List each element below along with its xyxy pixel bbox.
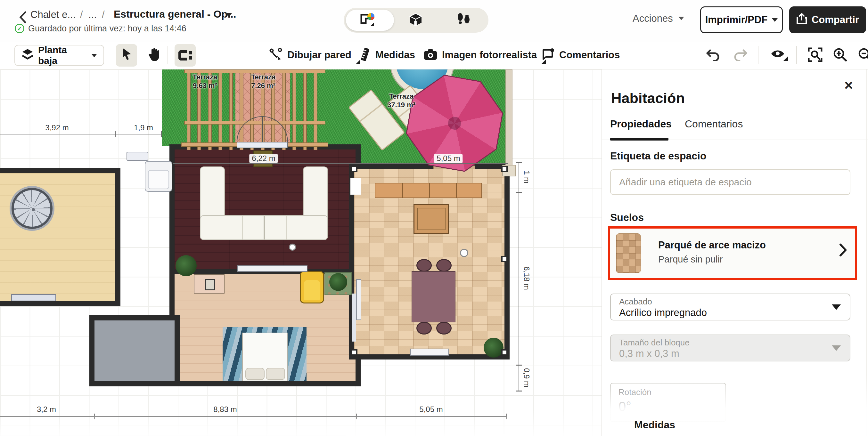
print-pdf-button[interactable]: Imprimir/PDF	[700, 6, 783, 33]
select-tool-button[interactable]	[116, 44, 137, 67]
room-storage-walls[interactable]	[89, 315, 180, 387]
undo-button[interactable]	[703, 44, 722, 67]
armchair-yellow[interactable]	[300, 271, 324, 303]
breadcrumb-project[interactable]: Chalet e...	[30, 9, 75, 21]
view-3d-button[interactable]	[392, 8, 440, 33]
tab-comments[interactable]: Comentarios	[685, 118, 743, 130]
cube-3d-icon	[409, 12, 423, 28]
rotation-value: 0°	[619, 399, 631, 414]
dining-chair[interactable]	[416, 259, 432, 272]
redo-button[interactable]	[731, 44, 750, 67]
selection-handle[interactable]	[351, 166, 358, 172]
layers-icon	[22, 48, 34, 62]
canvas-bottom-fade	[0, 410, 601, 436]
spiral-staircase[interactable]	[11, 188, 53, 229]
visibility-button[interactable]	[768, 44, 791, 67]
floor-material-subtitle: Parqué sin pulir	[658, 254, 723, 265]
floor-selector[interactable]: Planta baja	[14, 45, 104, 66]
sideboard[interactable]	[375, 183, 482, 198]
document-title[interactable]: Estructura general - Op...	[114, 8, 236, 20]
garden-fence-wall[interactable]	[505, 69, 513, 172]
hand-icon	[148, 47, 160, 63]
zoom-in-button[interactable]	[830, 44, 851, 67]
rotation-field[interactable]: Rotación 0°	[610, 383, 726, 422]
armchair-white[interactable]	[145, 161, 172, 192]
selection-handle[interactable]	[351, 349, 358, 356]
finish-select[interactable]: Acabado Acrílico impregnado	[610, 294, 850, 321]
dimension-label: 3,92 m	[45, 123, 68, 132]
view-2d-button[interactable]	[344, 8, 392, 33]
measures-button[interactable]: Medidas	[360, 46, 415, 64]
comments-button[interactable]: Comentarios	[541, 46, 620, 64]
title-dropdown-caret-icon[interactable]	[225, 13, 232, 17]
finish-caret-icon	[832, 304, 841, 310]
floors-heading: Suelos	[610, 211, 644, 224]
living-terrace-door-sill[interactable]	[237, 142, 288, 148]
floor-material-card[interactable]: Parqué de arce macizo Parqué sin pulir	[608, 226, 857, 280]
selection-handle[interactable]	[501, 256, 508, 262]
dining-window[interactable]	[410, 348, 449, 356]
close-icon[interactable]: ×	[844, 78, 853, 93]
annex-window[interactable]	[11, 294, 56, 301]
dimension-line	[0, 435, 346, 435]
bed[interactable]	[242, 333, 288, 381]
table-square[interactable]	[413, 204, 449, 234]
back-icon[interactable]	[18, 10, 27, 26]
share-icon	[796, 13, 807, 27]
undo-icon	[706, 48, 720, 62]
selection-handle[interactable]	[501, 349, 508, 356]
dimension-line	[0, 134, 162, 134]
area-label-terraza-3: Terraza37.19 m²	[387, 92, 415, 109]
panel-title: Habitación	[611, 90, 685, 107]
walkthrough-button[interactable]	[440, 8, 488, 33]
actions-menu[interactable]: Acciones	[632, 13, 673, 24]
draw-wall-button[interactable]: Dibujar pared	[269, 46, 360, 64]
toolbar: Planta baja Dibujar pared	[0, 42, 868, 69]
dining-chair[interactable]	[436, 322, 452, 335]
dimension-label: 0,9 m	[522, 368, 531, 387]
comment-bubble-icon	[541, 48, 555, 62]
toolbar-divider	[167, 46, 168, 64]
breadcrumb-ellipsis[interactable]: ...	[88, 9, 97, 21]
dimension-tick	[94, 413, 95, 420]
plant[interactable]	[329, 273, 347, 291]
wall-segment-icon	[178, 50, 192, 61]
zoom-to-fit-button[interactable]	[805, 44, 826, 67]
dimension-label: 5,05 m	[434, 154, 463, 163]
pan-tool-button[interactable]	[144, 44, 165, 67]
panel-scrollbar[interactable]	[866, 69, 867, 436]
sofa-seat[interactable]	[200, 215, 328, 240]
zoom-in-icon	[832, 47, 848, 64]
living-bedroom-window[interactable]	[237, 265, 308, 272]
floorplan-canvas[interactable]: 3,92 m 1,9 m 6,22 m 5,05 m 3,2 m 8,83 m …	[0, 69, 601, 436]
dimension-label: 8,83 m	[213, 405, 237, 414]
area-label-terraza-1: Terraza9.63 m²	[193, 73, 217, 90]
toolbar-divider	[796, 46, 797, 64]
room-annex-floor[interactable]	[0, 173, 115, 301]
bench[interactable]	[126, 152, 148, 161]
dimension-label: 6,18 m	[522, 266, 531, 290]
dimension-tick	[516, 365, 522, 366]
dimension-label: 6,22 m	[249, 154, 278, 163]
wall-tool-button[interactable]	[175, 44, 196, 67]
tab-properties[interactable]: Propiedades	[610, 118, 672, 130]
block-size-value: 0,3 m x 0,3 m	[619, 348, 679, 360]
share-button[interactable]: Compartir	[789, 6, 866, 33]
dining-table[interactable]	[411, 271, 456, 322]
plant[interactable]	[484, 338, 503, 358]
desk[interactable]	[194, 274, 224, 294]
photorealistic-image-button[interactable]: Imagen fotorrealista	[424, 46, 546, 64]
breadcrumb-separator: /	[80, 9, 83, 21]
room-annex-walls[interactable]	[0, 168, 120, 306]
room-storage-floor[interactable]	[94, 321, 175, 381]
dining-chair[interactable]	[416, 322, 432, 335]
plant[interactable]	[176, 255, 197, 276]
zoom-out-icon	[858, 47, 868, 64]
draw-wall-label: Dibujar pared	[287, 49, 351, 61]
space-label-input[interactable]	[610, 169, 850, 195]
dining-chair[interactable]	[436, 259, 452, 272]
actions-caret-icon[interactable]	[678, 16, 684, 20]
floor-selector-label: Planta baja	[38, 44, 87, 66]
zoom-out-button[interactable]	[855, 44, 868, 67]
selection-handle[interactable]	[501, 166, 508, 172]
